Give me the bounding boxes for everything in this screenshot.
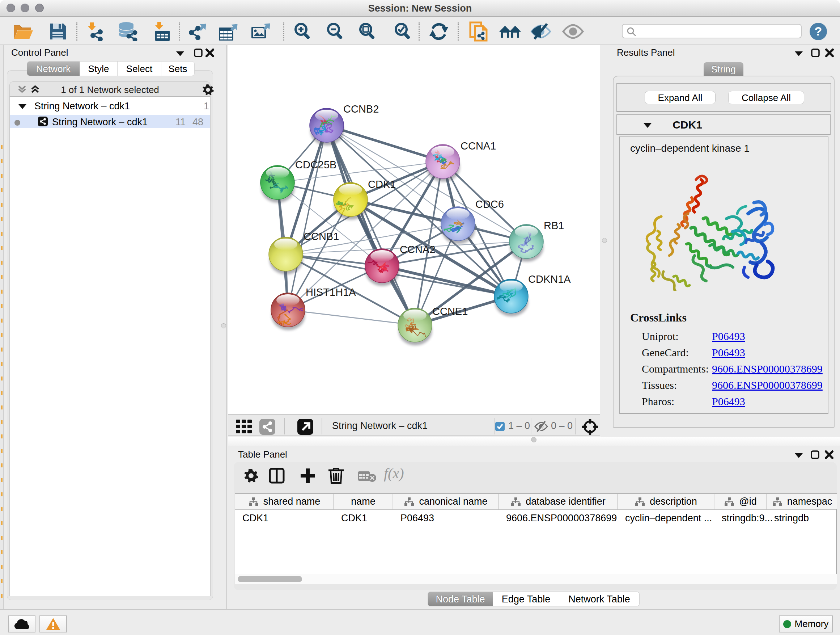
svg-text:CCNB1: CCNB1 <box>303 231 339 242</box>
svg-text:?: ? <box>815 24 822 38</box>
svg-text:CCNA1: CCNA1 <box>461 140 496 152</box>
svg-text:CDC6: CDC6 <box>475 198 504 210</box>
svg-text:CCNB2: CCNB2 <box>343 103 379 115</box>
svg-text:HIST1H1A: HIST1H1A <box>306 287 356 298</box>
svg-text:CDKN1A: CDKN1A <box>528 273 571 285</box>
svg-text:CDK1: CDK1 <box>368 179 396 190</box>
svg-text:CCNE1: CCNE1 <box>432 306 468 317</box>
svg-text:RB1: RB1 <box>544 220 564 231</box>
svg-text:CDC25B: CDC25B <box>295 159 336 171</box>
svg-text:CCNA2: CCNA2 <box>400 244 435 255</box>
